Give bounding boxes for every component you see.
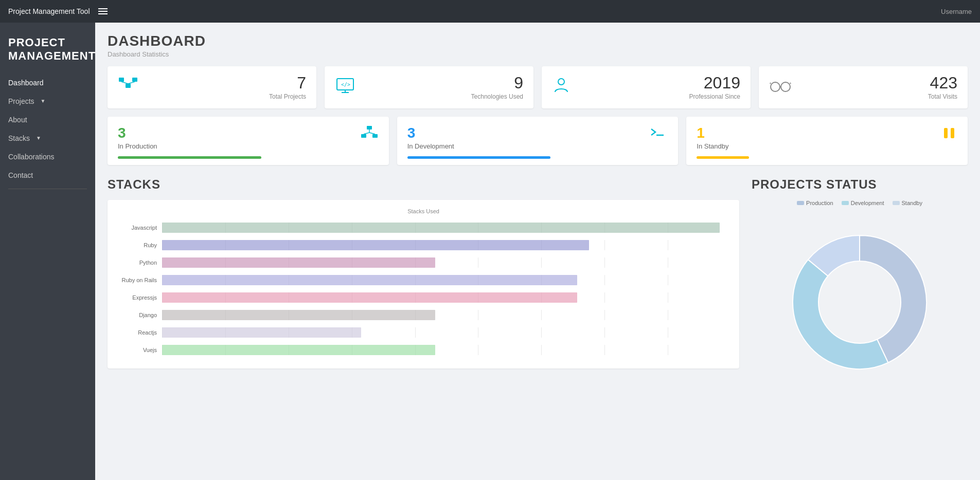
bar-area — [162, 240, 731, 250]
sidebar-brand: PROJECT MANAGEMENT — [0, 28, 95, 73]
projects-value: 7 — [297, 75, 306, 91]
stacks-arrow: ▼ — [36, 135, 41, 141]
legend-production: Production — [797, 200, 833, 206]
legend-label-production: Production — [806, 200, 833, 206]
bar-row-vuejs: Vuejs — [116, 343, 731, 357]
production-label: In Production — [118, 142, 157, 150]
bar-area — [162, 275, 731, 285]
stacks-chart-container: Stacks Used JavascriptRubyPythonRuby on … — [108, 200, 739, 368]
visits-label: Total Visits — [928, 93, 957, 100]
main-content: DASHBOARD Dashboard Statistics 7 — [95, 23, 980, 480]
sidebar-label-contact: Contact — [8, 171, 33, 179]
sidebar-label-stacks: Stacks — [8, 134, 30, 142]
bar-fill — [162, 240, 589, 250]
svg-rect-17 — [361, 134, 366, 138]
sidebar-nav: Dashboard Projects ▼ About Stacks ▼ Coll… — [0, 73, 95, 193]
bar-label: Ruby — [116, 242, 162, 248]
bar-row-python: Python — [116, 255, 731, 270]
svg-rect-23 — [944, 128, 948, 138]
sidebar-item-dashboard[interactable]: Dashboard — [0, 73, 95, 92]
bar-row-ruby-on-rails: Ruby on Rails — [116, 273, 731, 287]
legend-dot-standby — [893, 201, 900, 205]
svg-text:</>: </> — [341, 82, 350, 87]
development-count: 3 — [407, 125, 454, 141]
donut-segment — [793, 260, 888, 369]
standby-header: 1 In Standby — [697, 125, 957, 150]
svg-rect-1 — [126, 84, 131, 88]
development-bar — [407, 156, 551, 159]
standby-label: In Standby — [697, 142, 728, 150]
svg-rect-0 — [119, 78, 124, 82]
donut-legend: Production Development Standby — [752, 200, 968, 206]
legend-standby: Standby — [893, 200, 922, 206]
bar-area — [162, 327, 731, 338]
bar-area — [162, 310, 731, 320]
stat-cards-row: 7 Total Projects </> 9 Technologi — [108, 66, 968, 108]
hamburger-menu[interactable] — [98, 8, 108, 14]
standby-bar — [697, 156, 749, 159]
terminal-icon — [648, 125, 668, 143]
glasses-icon — [769, 79, 792, 97]
stat-card-projects: 7 Total Projects — [108, 66, 316, 108]
stat-card-technologies: </> 9 Technologies Used — [325, 66, 533, 108]
svg-rect-2 — [132, 78, 137, 82]
bar-label: Expressjs — [116, 294, 162, 301]
bar-label: Ruby on Rails — [116, 277, 162, 283]
bar-row-django: Django — [116, 308, 731, 322]
stat-card-visits: 423 Total Visits — [759, 66, 968, 108]
bar-fill — [162, 275, 577, 285]
projects-status-title: PROJECTS STATUS — [752, 177, 968, 192]
svg-point-10 — [558, 79, 564, 85]
bar-chart: JavascriptRubyPythonRuby on RailsExpress… — [116, 220, 731, 357]
bar-row-expressjs: Expressjs — [116, 290, 731, 305]
visits-value: 423 — [930, 75, 957, 91]
page-subtitle: Dashboard Statistics — [108, 50, 968, 58]
production-header: 3 In Production — [118, 125, 379, 150]
production-bar — [118, 156, 261, 159]
sidebar-divider — [8, 189, 87, 189]
bar-label: Python — [116, 260, 162, 266]
donut-container: Production Development Standby — [752, 200, 968, 387]
legend-label-development: Development — [851, 200, 884, 206]
development-header: 3 In Development — [407, 125, 668, 150]
stat-info-projects: 7 Total Projects — [147, 75, 306, 100]
svg-rect-18 — [372, 134, 378, 138]
stat-info-tech: 9 Technologies Used — [364, 75, 523, 100]
chart-title: Stacks Used — [116, 208, 731, 214]
svg-rect-24 — [951, 128, 954, 138]
projects-arrow: ▼ — [41, 98, 46, 104]
stat-info-professional: 2019 Professional Since — [579, 75, 740, 100]
professional-label: Professional Since — [689, 93, 740, 100]
development-label: In Development — [407, 142, 454, 150]
stacks-section: STACKS Stacks Used JavascriptRubyPythonR… — [108, 177, 739, 387]
bar-label: Reactjs — [116, 329, 162, 336]
projects-status-section: PROJECTS STATUS Production Development — [752, 177, 968, 387]
bar-area — [162, 292, 731, 303]
bar-area — [162, 223, 731, 233]
app-title: Project Management Tool — [8, 7, 90, 15]
sidebar-item-contact[interactable]: Contact — [0, 166, 95, 184]
pause-icon — [941, 125, 957, 145]
status-cards-row: 3 In Production — [108, 117, 968, 165]
person-icon — [552, 77, 571, 99]
page-title: DASHBOARD — [108, 33, 968, 49]
sidebar-item-projects[interactable]: Projects ▼ — [0, 92, 95, 110]
sidebar-label-about: About — [8, 116, 27, 124]
status-card-development: 3 In Development — [397, 117, 679, 165]
donut-chart — [762, 212, 957, 387]
sidebar-label-collaborations: Collaborations — [8, 153, 55, 161]
sidebar-label-dashboard: Dashboard — [8, 79, 44, 87]
tech-icon: </> — [335, 77, 355, 99]
bar-fill — [162, 327, 361, 338]
sidebar-item-about[interactable]: About — [0, 110, 95, 129]
development-info: 3 In Development — [407, 125, 454, 150]
network-icon — [360, 125, 379, 145]
standby-info: 1 In Standby — [697, 125, 728, 150]
svg-rect-16 — [367, 126, 372, 130]
bar-label: Django — [116, 312, 162, 318]
sidebar-item-collaborations[interactable]: Collaborations — [0, 147, 95, 166]
sidebar-item-stacks[interactable]: Stacks ▼ — [0, 129, 95, 147]
bar-fill — [162, 345, 435, 355]
bar-row-reactjs: Reactjs — [116, 325, 731, 340]
topnav-left: Project Management Tool — [8, 7, 108, 15]
